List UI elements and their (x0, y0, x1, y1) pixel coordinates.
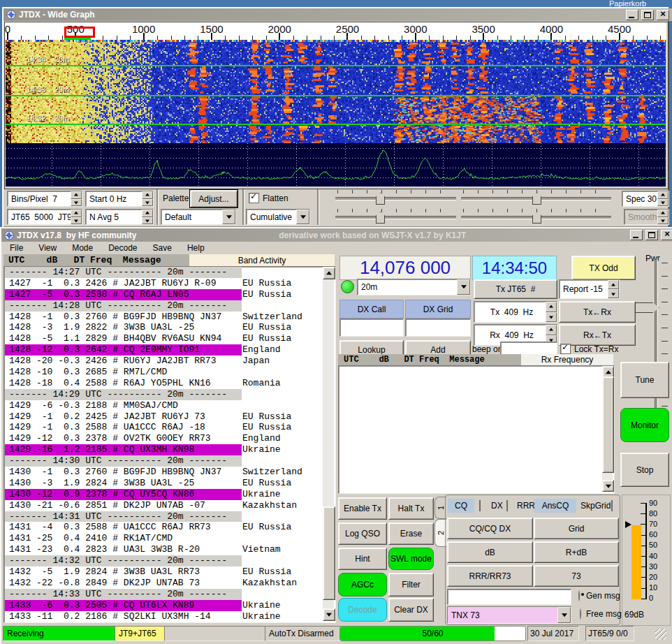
dx-checkbox[interactable] (479, 500, 481, 511)
agcc-button[interactable]: AGCc (338, 573, 387, 597)
tx-from-rx-button[interactable]: Tx←Rx (559, 301, 636, 323)
halt-tx-button[interactable]: Halt Tx (388, 497, 434, 520)
zero-slider-2[interactable] (461, 208, 611, 224)
dropdown-arrow[interactable] (296, 210, 309, 224)
spinner-arrows[interactable] (657, 191, 669, 206)
73-message-button[interactable]: 73 (534, 565, 619, 587)
palette-select[interactable]: Default (161, 209, 236, 225)
decode-row[interactable]: 1429 -1 0.3 2588 # UA1CCC R6AJ -18EU Rus… (5, 422, 323, 433)
decode-row[interactable]: 1428 -20 -0.3 2426 # RU6YJ JA2JBT RR73Ja… (5, 356, 323, 367)
decode-row[interactable]: 1427 -1 0.3 2426 # JA2JBT RU6YJ R-09EU R… (5, 278, 323, 289)
scroll-down-arrow[interactable] (323, 608, 335, 621)
decode-row[interactable]: 1428 -5 1.1 2829 # BH4QBV RV6ASU KN94EU … (5, 333, 323, 344)
slider-thumb[interactable] (532, 193, 541, 205)
period-separator-row[interactable]: ------- 14:28 UTC ---------- 20m ------- (5, 300, 323, 312)
maximize-button[interactable] (645, 230, 658, 240)
gain-slider-1[interactable] (335, 189, 456, 205)
lock-txrx-control[interactable]: Lock Tx=Rx (560, 344, 618, 354)
swl-mode-button[interactable]: SWL mode (388, 548, 434, 570)
main-titlebar[interactable]: JTDX v17.8 by HF community derivative wo… (1, 228, 672, 242)
display-mode-select[interactable]: Cumulative (246, 209, 310, 225)
band-select[interactable]: 20m (357, 279, 471, 295)
decode-row[interactable]: 1432 -5 1.9 2824 # 3W3B UA3L RR73EU Russ… (5, 566, 323, 578)
start-hz-spinner[interactable]: Start 0 Hz (85, 191, 154, 207)
decode-row[interactable]: 1430 -1 0.3 2760 # BG9FJD HB9BNQ JN37Swi… (5, 467, 323, 478)
decode-row[interactable]: 1429 -1 0.2 2425 # JA2JBT RU6YJ 73EU Rus… (5, 411, 323, 423)
period-separator-row[interactable]: ------- 14:27 UTC ---------- 20m ------- (5, 267, 323, 278)
band-activity-scrollbar[interactable] (323, 267, 334, 621)
wide-graph-titlebar[interactable]: JTDX - Wide Graph (3, 8, 672, 21)
decode-row[interactable]: 1427 -5 0.3 2588 # CQ R6AJ LN05EU Russia (5, 289, 323, 300)
waterfall-display[interactable] (6, 40, 666, 143)
maximize-button[interactable] (641, 10, 654, 20)
spinner-arrows[interactable] (142, 191, 153, 206)
dropdown-arrow[interactable] (222, 210, 235, 224)
rrr-message-button[interactable]: RRR/RR73 (447, 565, 533, 587)
tx-period-button[interactable]: TX Odd (571, 256, 636, 280)
decode-button[interactable]: Decode (338, 598, 387, 622)
period-separator-row[interactable]: ------- 14:29 UTC ---------- 20m ------- (5, 389, 323, 400)
decode-row[interactable]: 1428 -12 0.3 2642 # CQ 2E0MMY IO91Englan… (5, 344, 323, 356)
anscq-label[interactable]: AnsCQ (534, 499, 576, 513)
hint-button[interactable]: Hint (338, 548, 387, 570)
band-activity-list[interactable]: ------- 14:27 UTC ---------- 20m -------… (5, 267, 323, 621)
gen-message-input[interactable] (447, 589, 571, 605)
menu-decode[interactable]: Decode (104, 242, 141, 254)
close-button[interactable] (661, 230, 672, 240)
tune-button[interactable]: Tune (620, 362, 669, 398)
lock-txrx-checkbox[interactable] (560, 344, 571, 354)
resize-grip[interactable] (655, 629, 666, 640)
decode-row[interactable]: 1430 -12 0.9 2378 # CQ UY5CQ KN86Ukraine (5, 489, 323, 500)
gen-msg-radio[interactable] (578, 590, 580, 601)
decode-row[interactable]: 1428 -18 0.4 2588 # R6AJ YO5PHL KN16Roma… (5, 378, 323, 389)
decode-row[interactable]: 1428 -3 1.9 2822 # 3W3B UA3L -25EU Russi… (5, 322, 323, 333)
decode-row[interactable]: 1429 -6 -0.3 2188 # MM0SAJ/CMD (5, 400, 323, 411)
scroll-thumb[interactable] (602, 376, 614, 473)
cq-mode-label[interactable]: CQ (448, 499, 474, 513)
spinner-arrows[interactable] (608, 280, 619, 298)
log-qso-button[interactable]: Log QSO (338, 522, 387, 545)
clear-dx-button[interactable]: Clear DX (388, 598, 434, 622)
period-separator-row[interactable]: ------- 14:32 UTC ---------- 20m ------- (5, 555, 323, 566)
n-avg-spinner[interactable]: N Avg 5 (85, 209, 154, 225)
decode-row[interactable]: 1431 -4 0.3 2588 # UA1CCC R6AJ RR73EU Ru… (5, 522, 323, 533)
rdb-message-button[interactable]: R+dB (534, 541, 619, 563)
scroll-thumb[interactable] (323, 506, 335, 600)
decode-row[interactable]: 1431 -25 0.4 2410 # RK1AT/CMD (5, 533, 323, 544)
decode-row[interactable]: 1431 -23 0.4 2823 # UA3L 3W3B R-20Vietna… (5, 544, 323, 555)
tx-mode-button[interactable]: Tx JT65 # (474, 279, 557, 299)
dx-grid-input[interactable] (405, 319, 471, 337)
bins-pixel-spinner[interactable]: Bins/Pixel 7 (7, 191, 82, 207)
flatten-control[interactable]: Flatten (249, 193, 288, 203)
decode-row[interactable]: 1428 -10 0.3 2685 # RM7L/CMD (5, 367, 323, 378)
decode-row[interactable]: 1433 -11 0.2 2186 # SQ2LKI UX3MH -14Ukra… (5, 611, 323, 621)
report-spinner[interactable]: Report -15 (559, 279, 620, 299)
flatten-checkbox[interactable] (249, 193, 259, 203)
slider-thumb[interactable] (376, 212, 385, 224)
spinner-arrows[interactable] (546, 302, 557, 322)
adjust-button[interactable]: Adjust... (190, 190, 238, 207)
decode-row[interactable]: 1432 -22 -0.8 2849 # DK2JP UN7AB 73Kazak… (5, 578, 323, 589)
menu-save[interactable]: Save (149, 242, 176, 254)
filter-button[interactable]: Filter (388, 573, 434, 597)
slider-thumb[interactable] (532, 212, 541, 224)
period-separator-row[interactable]: ------- 14:31 UTC ---------- 20m ------- (5, 511, 323, 522)
enable-tx-button[interactable]: Enable Tx (338, 497, 387, 520)
scroll-down-arrow[interactable] (602, 480, 614, 492)
gain-slider-2[interactable] (461, 189, 611, 205)
slider-thumb[interactable] (376, 193, 385, 205)
jt65-jt9-split-spinner[interactable]: JT65 5000 JT9 (7, 209, 82, 225)
frequency-ruler[interactable]: 050010001500200025003000350040004500 (5, 22, 666, 40)
db-message-button[interactable]: dB (447, 541, 533, 563)
minimize-button[interactable] (626, 10, 638, 20)
tx-frequency-spinner[interactable]: Tx 409 Hz (474, 301, 557, 323)
period-separator-row[interactable]: ------- 14:30 UTC ---------- 20m ------- (5, 455, 323, 467)
free-message-select[interactable]: TNX 73 (447, 606, 571, 624)
dropdown-arrow[interactable] (457, 279, 470, 295)
rx-frequency-scrollbar[interactable] (602, 366, 613, 492)
minimize-button[interactable] (630, 230, 643, 240)
dx-call-input[interactable] (339, 319, 404, 337)
decode-row[interactable]: 1429 -16 1.2 2185 # CQ UX3MH KN98Ukraine (5, 444, 323, 455)
menu-mode[interactable]: Mode (68, 242, 97, 254)
decode-row[interactable]: 1430 -3 1.9 2824 # 3W3B UA3L -25EU Russi… (5, 478, 323, 489)
